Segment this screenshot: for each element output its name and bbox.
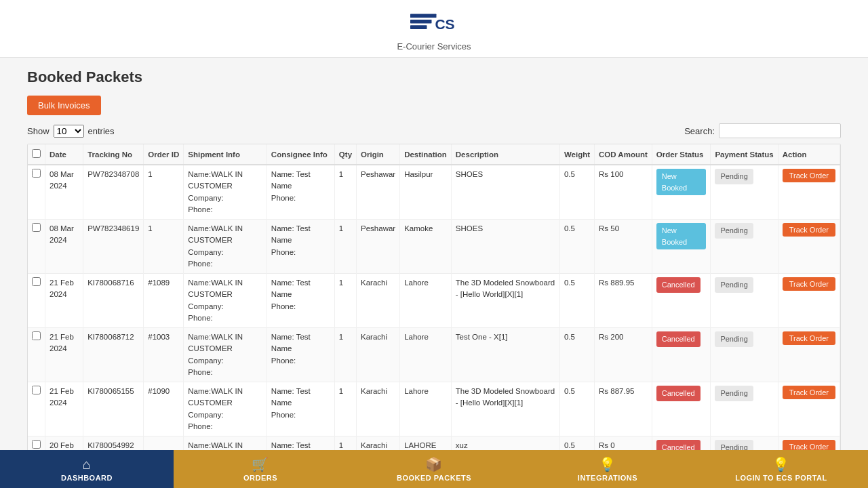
table-row: 21 Feb 2024 KI780068712 #1003 Name:WALK … [28, 328, 840, 382]
row-description: The 3D Modeled Snowboard - [Hello World]… [451, 382, 559, 436]
nav-label-integrations: INTEGRATIONS [578, 474, 637, 482]
col-cod: COD Amount [595, 144, 652, 165]
packets-table-wrapper: Date Tracking No Order ID Shipment Info … [27, 144, 841, 488]
row-checkbox[interactable] [32, 169, 41, 178]
row-shipment-info: Name:WALK IN CUSTOMER Company: Phone: [184, 220, 267, 274]
row-action: Track Order [778, 328, 840, 382]
col-destination: Destination [400, 144, 452, 165]
main-content: Booked Packets Bulk Invoices Show 10 25 … [0, 58, 868, 488]
col-consignee-info: Consignee Info [267, 144, 334, 165]
row-order-status: New Booked [652, 220, 711, 274]
row-destination: Lahore [400, 328, 452, 382]
table-controls-row: Show 10 25 50 100 entries Search: [27, 123, 841, 138]
payment-status-badge: Pending [715, 331, 753, 347]
payment-status-badge: Pending [715, 277, 753, 293]
row-shipment-info: Name:WALK IN CUSTOMER Company: Phone: [184, 328, 267, 382]
row-consignee-info: Name: Test Name Phone: [267, 328, 334, 382]
nav-item-orders[interactable]: 🛒 ORDERS [174, 450, 347, 488]
row-date: 08 Mar 2024 [45, 165, 83, 220]
shipment-name: Name:WALK IN CUSTOMER [188, 277, 262, 301]
nav-item-booked-packets[interactable]: 📦 BOOKED PACKETS [347, 450, 521, 488]
row-order-status: Cancelled [652, 328, 711, 382]
col-shipment-info: Shipment Info [184, 144, 267, 165]
row-payment-status: Pending [711, 382, 778, 436]
col-date: Date [45, 144, 83, 165]
consignee-phone: Phone: [271, 355, 330, 367]
nav-item-dashboard[interactable]: ⌂ DASHBOARD [0, 450, 174, 488]
col-order-id: Order ID [144, 144, 184, 165]
table-row: 08 Mar 2024 PW782348708 1 Name:WALK IN C… [28, 165, 840, 220]
order-status-badge: New Booked [656, 223, 707, 249]
row-consignee-info: Name: Test Name Phone: [267, 382, 334, 436]
svg-rect-1 [410, 20, 432, 24]
track-order-button[interactable]: Track Order [783, 223, 835, 237]
track-order-button[interactable]: Track Order [783, 386, 835, 399]
search-control: Search: [684, 123, 841, 138]
nav-item-integrations[interactable]: 💡 INTEGRATIONS [521, 450, 694, 488]
svg-text:CS: CS [435, 16, 454, 32]
row-shipment-info: Name:WALK IN CUSTOMER Company: Phone: [184, 274, 267, 328]
dashboard-icon: ⌂ [83, 457, 92, 472]
row-description: SHOES [451, 220, 559, 274]
shipment-name: Name:WALK IN CUSTOMER [188, 331, 262, 355]
row-order-id: 1 [144, 165, 184, 220]
row-checkbox[interactable] [32, 277, 41, 286]
row-date: 21 Feb 2024 [45, 328, 83, 382]
shipment-phone: Phone: [188, 258, 262, 270]
row-tracking: KI780065155 [83, 382, 144, 436]
search-input[interactable] [719, 123, 841, 138]
row-cod: Rs 100 [595, 165, 652, 220]
bulk-invoices-button[interactable]: Bulk Invoices [27, 96, 101, 115]
logo-container: CS [0, 8, 868, 39]
row-checkbox[interactable] [32, 386, 41, 394]
integrations-icon: 💡 [599, 456, 616, 472]
col-payment-status: Payment Status [711, 144, 778, 165]
col-tracking: Tracking No [83, 144, 144, 165]
consignee-phone: Phone: [271, 409, 330, 421]
entries-label: entries [88, 126, 115, 136]
row-destination: Kamoke [400, 220, 452, 274]
shipment-company: Company: [188, 409, 262, 421]
row-consignee-info: Name: Test Name Phone: [267, 220, 334, 274]
row-date: 21 Feb 2024 [45, 382, 83, 436]
payment-status-badge: Pending [715, 386, 753, 401]
track-order-button[interactable]: Track Order [783, 331, 835, 345]
row-checkbox[interactable] [32, 223, 41, 232]
order-status-badge: Cancelled [656, 331, 701, 347]
consignee-name: Name: Test Name [271, 386, 330, 409]
select-all-checkbox[interactable] [32, 149, 41, 158]
row-destination: Lahore [400, 274, 452, 328]
track-order-button[interactable]: Track Order [783, 277, 835, 291]
nav-item-login[interactable]: 💡 LOGIN TO ECS PORTAL [694, 450, 868, 488]
track-order-button[interactable]: Track Order [783, 169, 835, 182]
shipment-name: Name:WALK IN CUSTOMER [188, 169, 262, 192]
row-action: Track Order [778, 165, 840, 220]
row-order-status: New Booked [652, 165, 711, 220]
shipment-name: Name:WALK IN CUSTOMER [188, 386, 262, 409]
search-label: Search: [684, 126, 715, 136]
row-payment-status: Pending [711, 165, 778, 220]
shipment-phone: Phone: [188, 204, 262, 216]
entries-select[interactable]: 10 25 50 100 [54, 125, 84, 138]
col-description: Description [451, 144, 559, 165]
row-payment-status: Pending [711, 220, 778, 274]
row-checkbox-cell [28, 165, 45, 220]
payment-status-badge: Pending [715, 223, 753, 239]
row-checkbox[interactable] [32, 440, 41, 449]
row-shipment-info: Name:WALK IN CUSTOMER Company: Phone: [184, 165, 267, 220]
consignee-name: Name: Test Name [271, 277, 330, 301]
row-destination: Hasilpur [400, 165, 452, 220]
row-origin: Karachi [357, 274, 400, 328]
show-label: Show [27, 126, 50, 136]
brand-name: E-Courier Services [0, 41, 868, 52]
svg-rect-2 [410, 25, 427, 29]
table-body: 08 Mar 2024 PW782348708 1 Name:WALK IN C… [28, 165, 840, 488]
row-description: SHOES [451, 165, 559, 220]
row-checkbox[interactable] [32, 331, 41, 340]
col-origin: Origin [357, 144, 400, 165]
col-weight: Weight [559, 144, 594, 165]
row-checkbox-cell [28, 382, 45, 436]
row-date: 08 Mar 2024 [45, 220, 83, 274]
row-tracking: KI780068712 [83, 328, 144, 382]
shipment-company: Company: [188, 247, 262, 258]
